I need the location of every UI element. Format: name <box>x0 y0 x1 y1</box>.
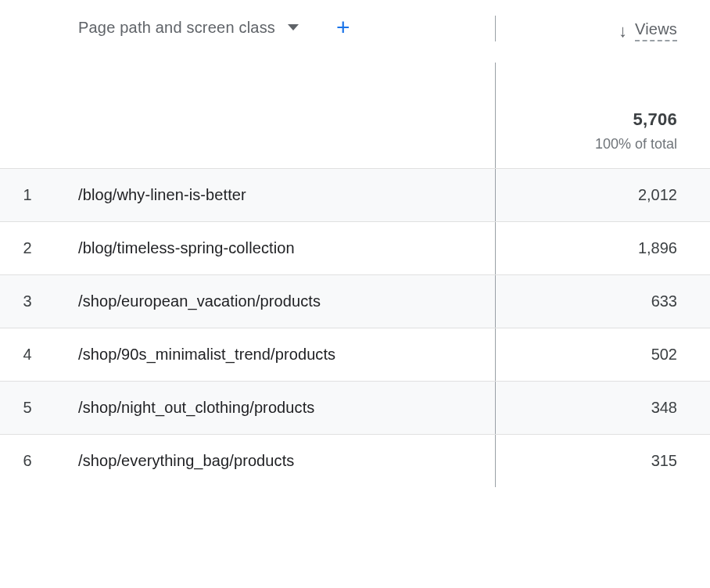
row-views: 2,012 <box>495 169 710 221</box>
arrow-down-icon: ↓ <box>619 23 627 40</box>
row-index: 5 <box>0 399 55 417</box>
total-pct: 100% of total <box>595 136 677 152</box>
table-header-row: Page path and screen class + ↓ Views <box>0 0 710 63</box>
row-path: /blog/timeless-spring-collection <box>55 239 495 257</box>
row-views: 633 <box>495 275 710 328</box>
table-row[interactable]: 3/shop/european_vacation/products633 <box>0 274 710 328</box>
row-index: 2 <box>0 239 55 257</box>
dimension-column-header: Page path and screen class + <box>55 16 495 39</box>
chevron-down-icon <box>288 24 299 30</box>
add-dimension-button[interactable]: + <box>336 16 350 39</box>
row-path: /shop/european_vacation/products <box>55 292 495 310</box>
row-views: 348 <box>495 382 710 434</box>
totals-left-spacer <box>0 63 495 168</box>
metric-column-header: ↓ Views <box>495 16 710 41</box>
row-index: 3 <box>0 292 55 310</box>
metric-label: Views <box>635 20 677 41</box>
row-path: /shop/everything_bag/products <box>55 452 495 470</box>
row-index: 1 <box>0 186 55 204</box>
totals-row: 5,706 100% of total <box>0 63 710 168</box>
row-index: 6 <box>0 452 55 470</box>
totals-metric-cell: 5,706 100% of total <box>495 63 710 168</box>
row-views: 502 <box>495 328 710 381</box>
table-row[interactable]: 2/blog/timeless-spring-collection1,896 <box>0 221 710 274</box>
row-path: /blog/why-linen-is-better <box>55 186 495 204</box>
data-rows-container: 1/blog/why-linen-is-better2,0122/blog/ti… <box>0 168 710 487</box>
dimension-selector[interactable]: Page path and screen class <box>78 19 299 37</box>
table-row[interactable]: 5/shop/night_out_clothing/products348 <box>0 381 710 434</box>
table-row[interactable]: 1/blog/why-linen-is-better2,012 <box>0 168 710 221</box>
metric-sort-header[interactable]: ↓ Views <box>619 16 677 41</box>
table-row[interactable]: 6/shop/everything_bag/products315 <box>0 434 710 487</box>
dimension-label: Page path and screen class <box>78 19 275 37</box>
row-index: 4 <box>0 346 55 364</box>
analytics-table: Page path and screen class + ↓ Views 5,7… <box>0 0 710 487</box>
row-path: /shop/night_out_clothing/products <box>55 399 495 417</box>
row-views: 315 <box>495 435 710 487</box>
row-views: 1,896 <box>495 222 710 274</box>
total-value: 5,706 <box>633 109 677 130</box>
table-row[interactable]: 4/shop/90s_minimalist_trend/products502 <box>0 328 710 381</box>
row-path: /shop/90s_minimalist_trend/products <box>55 346 495 364</box>
